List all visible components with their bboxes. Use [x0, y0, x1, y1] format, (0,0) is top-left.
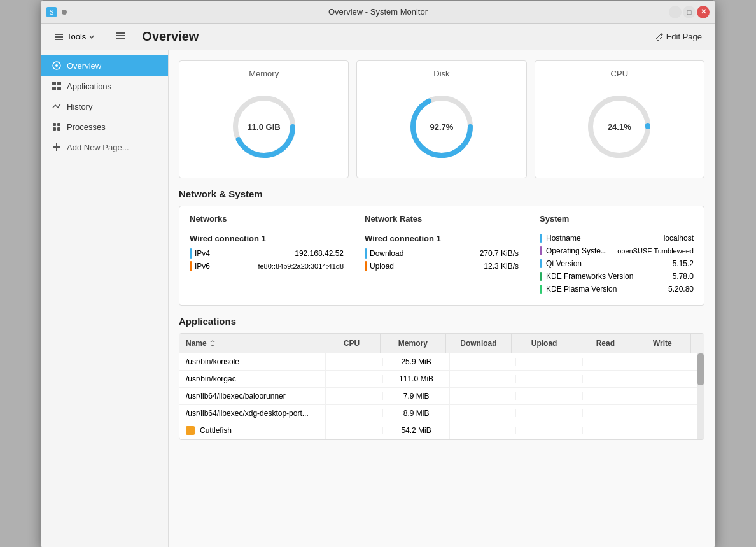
- app-name-0: /usr/bin/konsole: [186, 357, 239, 366]
- cpu-card-title: CPU: [611, 69, 628, 78]
- col-header-download[interactable]: Download: [446, 334, 512, 353]
- ipv4-label: IPv4: [195, 249, 210, 258]
- sys-row-qt: Qt Version 5.15.2: [540, 259, 694, 268]
- chevron-down-icon: [88, 34, 95, 40]
- page-title: Overview: [142, 29, 199, 44]
- svg-rect-6: [116, 32, 125, 34]
- maximize-button[interactable]: □: [683, 6, 696, 18]
- sidebar-item-overview[interactable]: Overview: [41, 55, 168, 76]
- table-row[interactable]: /usr/lib64/libexec/baloorunner 7.9 MiB: [179, 388, 697, 405]
- hostname-color-bar: [540, 234, 542, 243]
- disk-card-title: Disk: [433, 69, 449, 78]
- scrollbar-thumb[interactable]: [697, 353, 704, 385]
- menu-button[interactable]: [110, 27, 132, 46]
- download-value: 270.7 KiB/s: [480, 249, 519, 258]
- pin-icon: [59, 7, 69, 17]
- cards-row: Memory 11.0 GiB Disk: [179, 60, 704, 178]
- tools-label: Tools: [67, 32, 86, 41]
- upload-color-indicator: [365, 261, 367, 271]
- table-row[interactable]: Cuttlefish 54.2 MiB: [179, 422, 697, 439]
- disk-card: Disk 92.7%: [356, 60, 526, 178]
- qt-color-bar: [540, 259, 542, 268]
- ipv6-value: fe80::84b9:2a20:3014:41d8: [258, 262, 344, 270]
- col-header-cpu[interactable]: CPU: [323, 334, 380, 353]
- col-header-write[interactable]: Write: [634, 334, 691, 353]
- sidebar-processes-label: Processes: [67, 122, 106, 132]
- table-row[interactable]: /usr/bin/konsole 25.9 MiB: [179, 353, 697, 371]
- qt-value: 5.15.2: [673, 259, 694, 268]
- col-header-memory[interactable]: Memory: [381, 334, 446, 353]
- svg-rect-13: [52, 87, 56, 90]
- titlebar-app-icons: S: [46, 7, 69, 17]
- app-name-4: Cuttlefish: [200, 426, 232, 435]
- edit-page-button[interactable]: Edit Page: [650, 29, 707, 44]
- hostname-value: localhost: [664, 234, 694, 243]
- col-header-name[interactable]: Name: [179, 334, 323, 353]
- table-header: Name CPU Memory Download: [179, 334, 704, 353]
- sidebar-item-applications[interactable]: Applications: [41, 76, 168, 96]
- sidebar-item-processes[interactable]: Processes: [41, 117, 168, 137]
- app-memory-4: 54.2 MiB: [401, 426, 431, 435]
- disk-value: 92.7%: [430, 122, 454, 132]
- col-header-upload[interactable]: Upload: [512, 334, 577, 353]
- content-area: Memory 11.0 GiB Disk: [169, 50, 715, 547]
- svg-rect-16: [57, 123, 60, 126]
- sidebar-history-label: History: [67, 102, 92, 111]
- upload-row: Upload 12.3 KiB/s: [365, 261, 519, 271]
- toolbar: Tools Overview Edit Page: [41, 24, 715, 50]
- applications-table: Name CPU Memory Download: [179, 333, 704, 440]
- network-section: Networks Wired connection 1 IPv4 192.168…: [179, 206, 704, 306]
- cuttlefish-app-icon: [186, 426, 195, 435]
- scrollbar[interactable]: [697, 353, 704, 439]
- memory-value: 11.0 GiB: [248, 122, 281, 132]
- svg-rect-7: [116, 35, 125, 36]
- applications-section-title: Applications: [179, 316, 704, 327]
- app-memory-3: 8.9 MiB: [403, 409, 430, 418]
- app-memory-0: 25.9 MiB: [401, 357, 431, 366]
- cpu-card: CPU 24.1%: [535, 60, 704, 178]
- sidebar-item-add-new-page[interactable]: Add New Page...: [41, 137, 168, 157]
- os-value: openSUSE Tumbleweed: [617, 247, 694, 255]
- svg-rect-18: [57, 127, 60, 131]
- svg-text:S: S: [50, 9, 54, 16]
- table-row[interactable]: /usr/bin/korgac 111.0 MiB: [179, 371, 697, 388]
- hamburger-icon: [115, 30, 127, 41]
- close-button[interactable]: ✕: [697, 6, 710, 18]
- applications-icon: [52, 81, 62, 91]
- svg-point-10: [55, 64, 58, 67]
- memory-donut: 11.0 GiB: [226, 89, 302, 165]
- upload-value: 12.3 KiB/s: [484, 262, 519, 271]
- svg-rect-8: [116, 38, 125, 39]
- networks-panel: Networks Wired connection 1 IPv4 192.168…: [179, 206, 354, 305]
- sys-row-hostname: Hostname localhost: [540, 234, 694, 243]
- cpu-donut: 24.1%: [581, 89, 657, 165]
- download-color-indicator: [365, 248, 367, 259]
- overview-icon: [52, 60, 62, 71]
- edit-icon: [655, 32, 664, 41]
- ipv4-row: IPv4 192.168.42.52: [190, 248, 344, 259]
- add-icon: [52, 142, 62, 152]
- rates-connection-name: Wired connection 1: [365, 234, 519, 243]
- sort-icon: [209, 340, 216, 346]
- table-row[interactable]: /usr/lib64/libexec/xdg-desktop-port... 8…: [179, 405, 697, 422]
- main-layout: Overview Applications History: [41, 50, 715, 547]
- download-row: Download 270.7 KiB/s: [365, 248, 519, 259]
- kde-plasma-color-bar: [540, 285, 542, 294]
- sidebar: Overview Applications History: [41, 50, 169, 547]
- tools-button[interactable]: Tools: [49, 29, 100, 45]
- col-header-read[interactable]: Read: [577, 334, 634, 353]
- ipv6-row: IPv6 fe80::84b9:2a20:3014:41d8: [190, 261, 344, 271]
- history-icon: [52, 101, 62, 111]
- memory-card-title: Memory: [249, 69, 279, 78]
- svg-point-2: [62, 10, 67, 15]
- network-section-title: Network & System: [179, 188, 704, 199]
- networks-panel-title: Networks: [190, 214, 344, 226]
- svg-rect-3: [55, 34, 63, 35]
- minimize-button[interactable]: —: [669, 6, 682, 18]
- upload-label: Upload: [370, 262, 394, 271]
- svg-rect-14: [57, 87, 61, 90]
- sidebar-item-history[interactable]: History: [41, 96, 168, 117]
- app-name-1: /usr/bin/korgac: [186, 374, 236, 383]
- network-rates-panel-title: Network Rates: [365, 214, 519, 226]
- disk-donut: 92.7%: [403, 89, 480, 165]
